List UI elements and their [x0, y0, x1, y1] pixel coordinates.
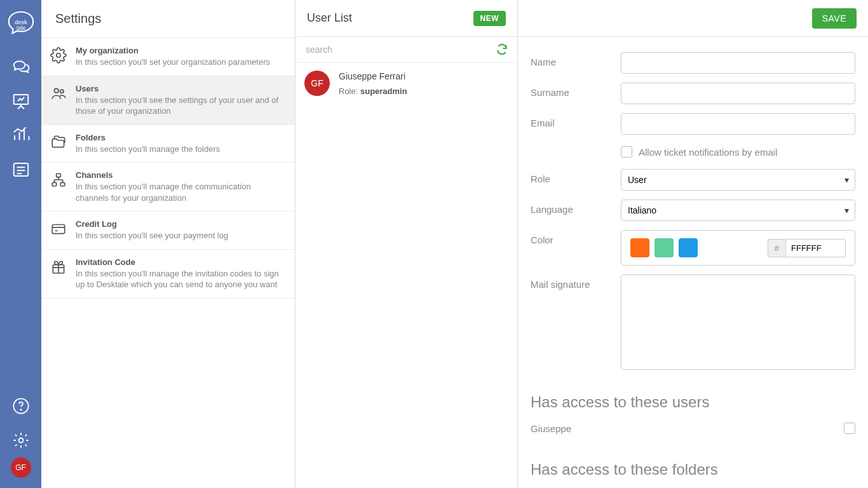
nav-chat-icon[interactable]	[10, 56, 32, 78]
svg-point-5	[20, 409, 21, 410]
settings-item-invitation[interactable]: Invitation Code In this section you'll m…	[41, 250, 295, 299]
name-input[interactable]	[621, 52, 855, 74]
user-list-item[interactable]: GF Giuseppe Ferrari Role: superadmin	[295, 63, 517, 104]
svg-point-6	[18, 438, 23, 443]
access-user-checkbox[interactable]	[844, 423, 855, 434]
access-folders-heading: Has access to these folders	[531, 461, 855, 478]
settings-panel: Settings My organization In this section…	[41, 0, 295, 488]
svg-rect-12	[60, 183, 65, 186]
label-name: Name	[531, 52, 621, 67]
access-user-row: Giuseppe	[531, 420, 855, 439]
settings-item-title: My organization	[76, 46, 286, 55]
label-color: Color	[531, 230, 621, 245]
credit-card-icon	[50, 220, 68, 238]
settings-item-desc: In this section you'll manage the invita…	[76, 268, 286, 290]
nav-analytics-icon[interactable]	[10, 125, 32, 146]
detail-panel: SAVE Name Surname Email Allow ti	[518, 0, 868, 488]
user-name: Giuseppe Ferrari	[339, 71, 407, 81]
settings-item-folders[interactable]: Folders In this section you'll manage th…	[41, 125, 295, 163]
settings-item-desc: In this section you'll manage the commun…	[76, 181, 286, 203]
folders-icon	[50, 134, 68, 152]
settings-title: Settings	[41, 0, 295, 38]
settings-item-title: Users	[76, 84, 286, 93]
user-avatar: GF	[304, 71, 330, 96]
settings-item-title: Folders	[76, 133, 286, 142]
settings-item-creditlog[interactable]: Credit Log In this section you'll see yo…	[41, 212, 295, 250]
access-users-heading: Has access to these users	[531, 393, 855, 411]
nav-rail: desk tale GF	[0, 0, 41, 488]
userlist-panel: User List NEW GF Giuseppe Ferrari Role: …	[295, 0, 518, 488]
search-input[interactable]	[304, 42, 496, 57]
label-language: Language	[531, 200, 621, 215]
userlist-title: User List	[307, 11, 352, 25]
gear-icon	[50, 47, 68, 65]
label-role: Role	[531, 169, 621, 184]
settings-item-desc: In this section you'll see the settings …	[76, 95, 286, 117]
settings-item-channels[interactable]: Channels In this section you'll manage t…	[41, 163, 295, 212]
access-user-name: Giuseppe	[531, 423, 571, 434]
svg-rect-13	[52, 225, 65, 234]
settings-item-title: Channels	[76, 170, 286, 180]
label-mail-signature: Mail signature	[531, 274, 621, 290]
nav-help-icon[interactable]	[10, 395, 32, 417]
hex-prefix: #	[768, 239, 785, 257]
label-surname: Surname	[531, 83, 621, 98]
settings-item-title: Invitation Code	[76, 257, 286, 267]
brand-logo: desk tale	[6, 8, 36, 38]
svg-point-7	[57, 53, 61, 58]
color-swatch-orange[interactable]	[630, 238, 649, 257]
nav-list-icon[interactable]	[10, 159, 32, 180]
surname-input[interactable]	[621, 83, 855, 104]
settings-item-desc: In this section you'll manage the folder…	[76, 144, 286, 155]
save-button[interactable]: SAVE	[812, 8, 857, 29]
email-input[interactable]	[621, 113, 855, 135]
svg-rect-10	[57, 173, 61, 177]
gift-icon	[50, 259, 68, 276]
settings-item-title: Credit Log	[76, 219, 286, 229]
svg-point-9	[60, 90, 64, 93]
role-select[interactable]	[621, 169, 855, 191]
nav-settings-icon[interactable]	[10, 430, 32, 451]
settings-item-users[interactable]: Users In this section you'll see the set…	[41, 76, 295, 125]
label-allow-notifications: Allow ticket notifications by email	[639, 147, 777, 158]
settings-item-desc: In this section you'll see your payment …	[76, 230, 286, 241]
rail-user-avatar[interactable]: GF	[11, 458, 31, 478]
color-swatch-blue[interactable]	[679, 238, 698, 257]
nav-presentation-icon[interactable]	[10, 90, 32, 112]
mail-signature-input[interactable]	[621, 274, 855, 370]
user-role: Role: superadmin	[339, 86, 407, 96]
settings-item-organization[interactable]: My organization In this section you'll s…	[41, 38, 295, 76]
color-swatch-teal[interactable]	[654, 238, 674, 257]
svg-rect-11	[52, 183, 57, 186]
label-email: Email	[531, 113, 621, 128]
sitemap-icon	[50, 172, 68, 189]
svg-text:tale: tale	[17, 25, 25, 31]
settings-item-desc: In this section you'll set your organiza…	[76, 57, 286, 68]
new-user-button[interactable]: NEW	[473, 11, 506, 26]
refresh-icon[interactable]	[496, 43, 508, 56]
users-icon	[50, 85, 68, 103]
allow-notifications-checkbox[interactable]	[621, 146, 632, 158]
svg-point-8	[55, 88, 59, 93]
language-select[interactable]	[621, 200, 855, 221]
hex-input[interactable]	[785, 239, 846, 257]
